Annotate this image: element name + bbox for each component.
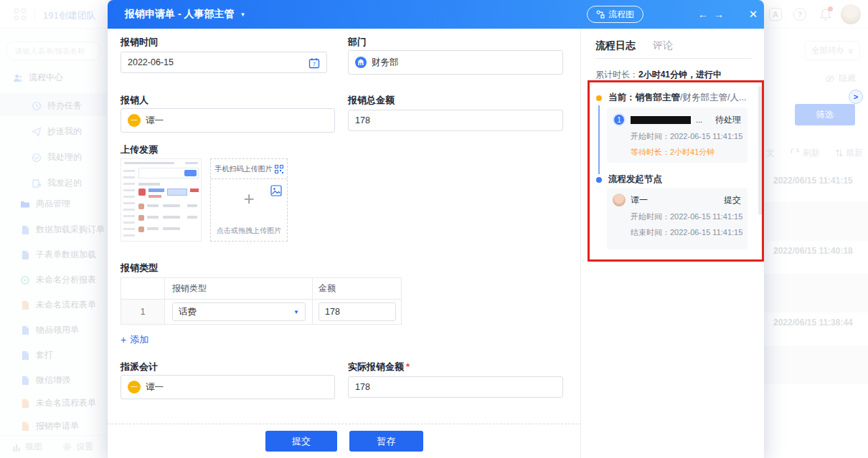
expense-type-table: 报销类型 金额 1 话费 ▼ 178	[121, 277, 402, 325]
start-time: 开始时间：2022-06-15 11:41:15	[631, 131, 741, 142]
expense-time-input[interactable]: 2022-06-15 7	[121, 52, 327, 73]
modal-title[interactable]: 报销申请单 - 人事部主管 ▼	[125, 8, 245, 21]
row-amount-input[interactable]: 178	[319, 302, 396, 321]
scrollbar-thumb[interactable]	[758, 86, 762, 215]
save-draft-button[interactable]: 暂存	[349, 431, 423, 452]
expand-chevron-button[interactable]: >	[849, 90, 863, 104]
redacted-name-bar	[631, 116, 691, 124]
form-footer-divider	[108, 424, 581, 424]
nav-forward-button[interactable]: →	[714, 9, 724, 20]
assignee-avatar: 1	[613, 113, 626, 126]
applicant-field[interactable]: 一 谭一	[121, 108, 335, 133]
department-icon	[355, 57, 367, 68]
scan-upload-row[interactable]: 手机扫码上传图片	[211, 159, 287, 179]
actual-amount-label: 实际报销金额*	[348, 361, 410, 373]
screen: 191创建团队 A ? 流程中心 待办任务 抄送我的 我处理的 我发	[0, 0, 868, 458]
col-header-amount: 金额	[312, 278, 401, 299]
start-node-title: 流程发起节点	[608, 173, 662, 186]
initiator-name: 谭一	[631, 194, 648, 206]
plus-icon: +	[211, 189, 287, 208]
col-header-type: 报销类型	[164, 278, 312, 299]
department-field[interactable]: 财务部	[348, 50, 563, 75]
flowchart-button[interactable]: 流程图	[587, 6, 643, 23]
end-time: 结束时间：2022-06-15 11:41:15	[631, 227, 741, 238]
tabs-divider	[595, 58, 752, 59]
close-button[interactable]: ✕	[743, 0, 763, 29]
actual-amount-input[interactable]: 178	[348, 376, 563, 398]
current-node-card: 1 ... 待处理 开始时间：2022-06-15 11:41:15 等待时长：…	[607, 108, 747, 163]
name-ellipsis: ...	[696, 115, 702, 124]
required-mark: *	[406, 361, 410, 372]
table-header-row: 报销类型 金额	[121, 278, 401, 300]
accountant-field[interactable]: 一 谭一	[121, 375, 335, 399]
current-node-title: 当前：销售部主管/财务部主管/人...	[608, 92, 746, 104]
chevron-down-icon: ▼	[240, 11, 245, 18]
add-row-button[interactable]: + 添加	[121, 333, 148, 346]
initiator-avatar	[613, 194, 626, 206]
qr-code-icon	[275, 165, 283, 173]
row-index: 1	[121, 300, 164, 324]
expense-form-modal: 报销申请单 - 人事部主管 ▼ 流程图 ← → ✕ 报销时间 2022-06-1…	[108, 0, 764, 458]
svg-text:7: 7	[313, 62, 316, 67]
wait-duration: 等待时长：2小时41分钟	[631, 147, 741, 158]
chevron-down-icon: ▼	[293, 309, 299, 315]
process-log-panel: 流程日志 评论 累计时长：2小时41分钟，进行中 当前：销售部主管/财务部主管/…	[582, 29, 764, 458]
tab-comments[interactable]: 评论	[653, 39, 673, 52]
start-node-card: 谭一 提交 开始时间：2022-06-15 11:41:15 结束时间：2022…	[607, 188, 747, 249]
submit-button[interactable]: 提交	[265, 431, 337, 452]
drag-upload-hint: 点击或拖拽上传图片	[211, 226, 287, 236]
timeline-line	[598, 105, 600, 174]
nav-back-button[interactable]: ←	[698, 9, 708, 20]
expense-type-select[interactable]: 话费 ▼	[172, 302, 306, 321]
accountant-label: 指派会计	[121, 361, 158, 373]
tab-process-log[interactable]: 流程日志	[595, 39, 636, 52]
applicant-label: 报销人	[121, 94, 148, 107]
accountant-avatar: 一	[128, 381, 141, 393]
department-label: 部门	[348, 36, 367, 49]
modal-header: 报销申请单 - 人事部主管 ▼ 流程图 ← → ✕	[108, 0, 764, 29]
upload-invoice-label: 上传发票	[121, 143, 158, 156]
calendar-icon[interactable]: 7	[308, 57, 320, 69]
flowchart-icon	[596, 10, 605, 19]
upload-dropzone[interactable]: 手机扫码上传图片 + 点击或拖拽上传图片	[210, 158, 288, 242]
start-time: 开始时间：2022-06-15 11:41:15	[631, 211, 741, 222]
applicant-avatar: 一	[128, 114, 141, 127]
form-area: 报销时间 2022-06-15 7 部门 财务部 报销人 一 谭一 报销总金额 …	[108, 29, 581, 458]
plus-icon: +	[121, 334, 126, 345]
expense-time-label: 报销时间	[121, 36, 158, 49]
total-amount-input[interactable]: 178	[348, 110, 563, 131]
status-submitted: 提交	[724, 194, 741, 206]
table-row: 1 话费 ▼ 178	[121, 300, 401, 324]
start-node-dot	[596, 177, 602, 183]
invoice-thumbnail[interactable]	[121, 158, 202, 242]
elapsed-summary: 累计时长：2小时41分钟，进行中	[595, 69, 722, 81]
current-node-dot	[596, 95, 602, 101]
total-amount-label: 报销总金额	[348, 94, 395, 107]
expense-type-label: 报销类型	[121, 262, 158, 275]
status-pending: 待处理	[715, 114, 741, 126]
